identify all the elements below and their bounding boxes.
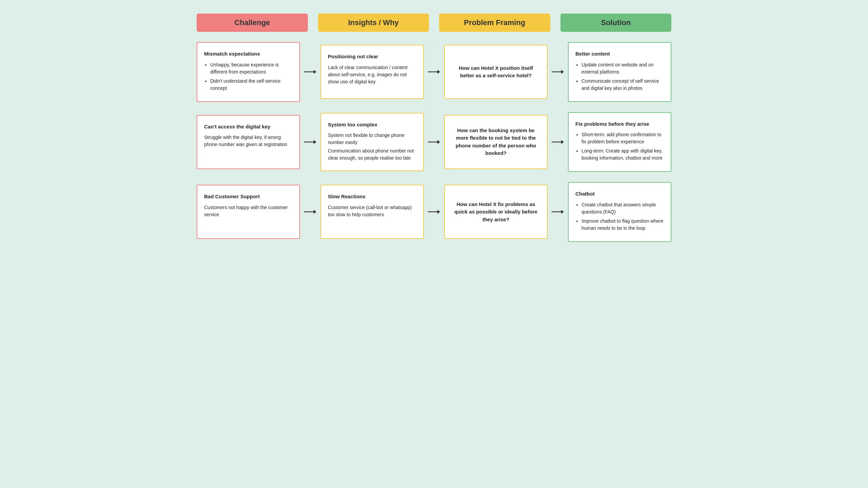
header-insights-label: Insights / Why — [348, 18, 399, 27]
arrow-1-1 — [300, 139, 320, 145]
challenge-title-0: Mismatch expectations — [204, 50, 293, 58]
solution-card-1: Fix problems before they ariseShort-term… — [568, 112, 671, 172]
insights-body: System not flexible to change phone numb… — [328, 132, 416, 146]
challenge-title-1: Can't access the digital key — [204, 123, 293, 131]
header-insights: Insights / Why — [318, 14, 429, 32]
problem-card-0: How can Hotel X position itself better a… — [444, 45, 548, 99]
insights-card-2: Slow ReactionsCustomer service (call-bot… — [320, 185, 424, 239]
header-challenge-label: Challenge — [234, 18, 270, 27]
arrow-1-0 — [300, 68, 320, 75]
arrow-2-1 — [424, 139, 444, 145]
challenge-card-0: Mismatch expectationsUnhappy, because ex… — [197, 42, 300, 102]
insights-body: Lack of clear communication / content ab… — [328, 64, 416, 85]
content-area: Mismatch expectationsUnhappy, because ex… — [197, 42, 671, 242]
problem-text-2: How can Hotel X fix problems as quick as… — [452, 201, 540, 224]
solution-item: Improve chatbot to flag question where h… — [581, 218, 664, 232]
arrow-3-1 — [548, 139, 568, 145]
insights-body: Customer service (call-bot or whatsapp) … — [328, 204, 416, 218]
insights-title-2: Slow Reactions — [328, 193, 416, 201]
solution-title-2: Chatbot — [575, 190, 664, 198]
svg-marker-13 — [314, 210, 316, 214]
content-row-2: Bad Customer SupportCustomers not happy … — [197, 182, 671, 242]
challenge-body-2: Customers not happy with the customer se… — [204, 204, 293, 218]
arrow-3-0 — [548, 68, 568, 75]
solution-item: Long-term: Create app with digital key, … — [581, 147, 664, 162]
insights-card-1: System too complexSystem not flexible to… — [320, 113, 424, 171]
insights-title-0: Positioning not clear — [328, 53, 416, 61]
svg-marker-7 — [314, 140, 316, 144]
arrow-2-0 — [424, 68, 444, 75]
svg-marker-11 — [561, 140, 564, 144]
solution-item: Communicate concept of self service and … — [581, 78, 664, 92]
header-row: Challenge Insights / Why Problem Framing… — [197, 14, 671, 32]
solution-card-0: Better contentUpdate content on website … — [568, 42, 671, 102]
solution-title-1: Fix problems before they arise — [575, 120, 664, 128]
header-challenge: Challenge — [197, 14, 308, 32]
svg-marker-1 — [314, 70, 316, 74]
arrow-3-2 — [548, 208, 568, 215]
insights-title-1: System too complex — [328, 121, 416, 129]
challenge-title-2: Bad Customer Support — [204, 193, 293, 201]
solution-item: Update content on website and on externa… — [581, 61, 664, 76]
problem-card-2: How can Hotel X fix problems as quick as… — [444, 185, 548, 239]
insights-card-0: Positioning not clearLack of clear commu… — [320, 45, 424, 99]
problem-text-1: How can the booking system be more flexi… — [452, 127, 540, 157]
challenge-body-1: Struggle with the digital key, if wrong … — [204, 134, 293, 148]
svg-marker-3 — [437, 70, 440, 74]
challenge-item: Didn't understand the self-service conce… — [210, 78, 293, 92]
page-wrapper: Challenge Insights / Why Problem Framing… — [197, 14, 671, 242]
header-solution: Solution — [560, 14, 672, 32]
content-row-0: Mismatch expectationsUnhappy, because ex… — [197, 42, 671, 102]
solution-item: Create chatbot that answers simple quest… — [581, 201, 664, 216]
insights-body: Communication about phone number not cle… — [328, 147, 416, 162]
svg-marker-17 — [561, 210, 564, 214]
svg-marker-15 — [437, 210, 440, 214]
problem-text-0: How can Hotel X position itself better a… — [452, 64, 540, 80]
svg-marker-5 — [561, 70, 564, 74]
solution-title-0: Better content — [575, 50, 664, 58]
arrow-2-2 — [424, 208, 444, 215]
arrow-1-2 — [300, 208, 320, 215]
content-row-1: Can't access the digital keyStruggle wit… — [197, 112, 671, 172]
header-problem-label: Problem Framing — [464, 18, 525, 27]
challenge-card-1: Can't access the digital keyStruggle wit… — [197, 115, 300, 169]
header-problem: Problem Framing — [439, 14, 550, 32]
problem-card-1: How can the booking system be more flexi… — [444, 115, 548, 169]
solution-item: Short-term: add phone confirmation to fi… — [581, 131, 664, 145]
challenge-card-2: Bad Customer SupportCustomers not happy … — [197, 185, 300, 239]
solution-card-2: ChatbotCreate chatbot that answers simpl… — [568, 182, 671, 242]
header-solution-label: Solution — [601, 18, 631, 27]
svg-marker-9 — [437, 140, 440, 144]
challenge-item: Unhappy, because experience is different… — [210, 61, 293, 76]
